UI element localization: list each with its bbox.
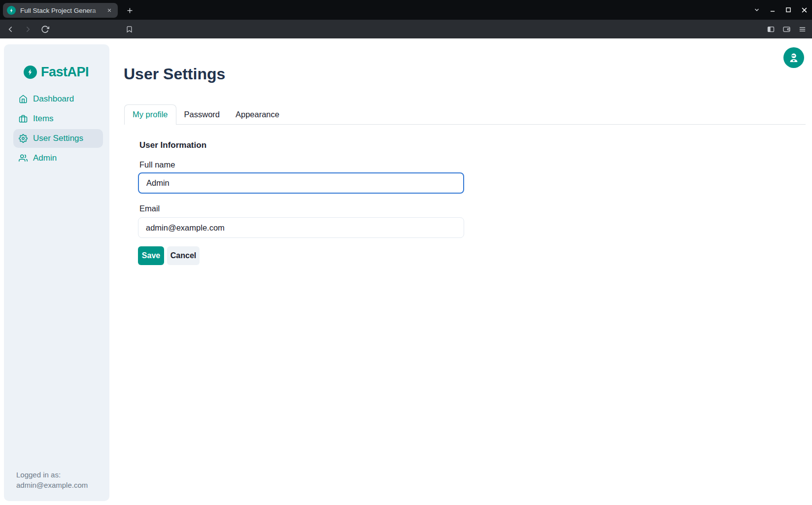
full-name-input[interactable] (138, 172, 464, 194)
briefcase-icon (19, 114, 28, 123)
email-label: Email (139, 204, 160, 213)
form-buttons: Save Cancel (138, 246, 200, 265)
app-page: FastAPI Dashboard Items User Settings (0, 38, 812, 505)
tab-appearance[interactable]: Appearance (228, 104, 287, 124)
gear-icon (19, 134, 28, 143)
full-name-label: Full name (139, 160, 175, 169)
users-icon (19, 154, 28, 163)
forward-icon[interactable] (21, 23, 34, 35)
window-minimize-button[interactable] (767, 4, 778, 16)
sidebar-item-label: Dashboard (33, 94, 74, 104)
save-button[interactable]: Save (138, 246, 164, 265)
sidebar-item-label: User Settings (33, 134, 83, 143)
tab-close-icon[interactable] (105, 6, 114, 15)
cancel-button[interactable]: Cancel (167, 246, 200, 265)
page-title: User Settings (124, 65, 225, 83)
back-icon[interactable] (4, 23, 17, 35)
sidebar-item-dashboard[interactable]: Dashboard (13, 90, 103, 108)
toolbar-right (765, 20, 808, 38)
sidebar-item-admin[interactable]: Admin (13, 149, 103, 168)
new-tab-button[interactable] (124, 4, 135, 16)
tab-strip: Full Stack Project Genera (0, 0, 812, 20)
nav-buttons (4, 20, 51, 38)
logo-text: FastAPI (41, 65, 89, 80)
logged-in-label: Logged in as: (16, 470, 88, 480)
tab-title: Full Stack Project Genera (20, 7, 103, 14)
menu-icon[interactable] (796, 23, 808, 35)
window-close-button[interactable] (798, 4, 810, 16)
sidebar-item-user-settings[interactable]: User Settings (13, 129, 103, 148)
tab-my-profile[interactable]: My profile (124, 104, 176, 125)
sidebar-panel-icon[interactable] (765, 23, 777, 35)
settings-tabs: My profile Password Appearance (124, 105, 806, 125)
browser-toolbar: localhost/settings 1 (0, 20, 812, 38)
user-astronaut-icon (788, 52, 800, 64)
sidebar-item-label: Items (33, 114, 54, 124)
logged-in-email: admin@example.com (16, 480, 88, 490)
logged-in-as: Logged in as: admin@example.com (16, 470, 88, 490)
section-title: User Information (139, 140, 206, 150)
window-controls (751, 0, 810, 20)
wallet-icon[interactable] (780, 23, 792, 35)
sidebar-item-items[interactable]: Items (13, 109, 103, 128)
fastapi-favicon (7, 6, 16, 15)
sidebar-item-label: Admin (33, 153, 57, 163)
reload-icon[interactable] (38, 23, 51, 35)
browser-window: Full Stack Project Genera (0, 0, 812, 505)
email-input[interactable] (138, 217, 464, 238)
home-icon (19, 95, 28, 103)
fastapi-logo: FastAPI (24, 65, 89, 80)
chevron-down-icon[interactable] (751, 4, 763, 16)
user-menu-button[interactable] (783, 47, 804, 68)
fastapi-bolt-icon (24, 66, 37, 79)
tab-password[interactable]: Password (176, 104, 228, 124)
browser-tab[interactable]: Full Stack Project Genera (3, 3, 118, 18)
bookmark-icon[interactable] (123, 23, 135, 35)
app-sidebar: FastAPI Dashboard Items User Settings (4, 44, 109, 501)
window-maximize-button[interactable] (782, 4, 794, 16)
sidebar-nav: Dashboard Items User Settings Admin (13, 90, 103, 168)
